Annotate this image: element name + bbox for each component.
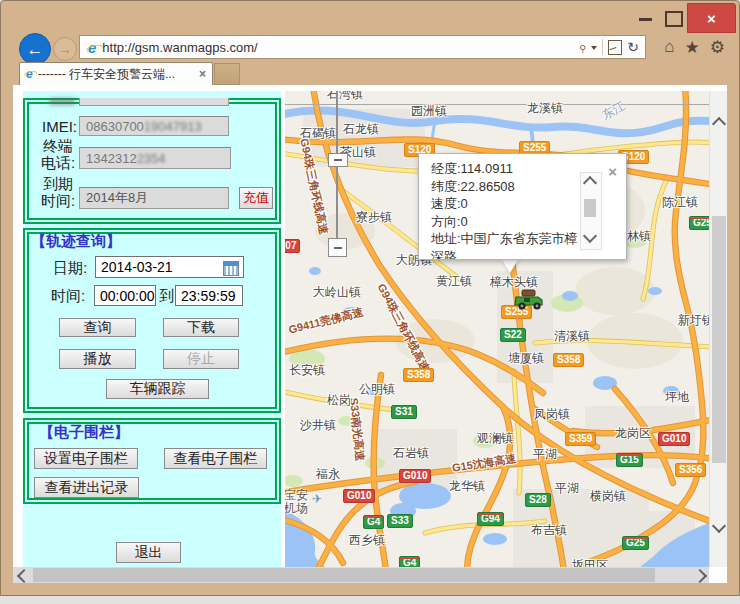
map-town-label: 黄江镇: [436, 273, 472, 290]
zoom-out-button[interactable]: [328, 238, 347, 257]
title-bar[interactable]: ×: [1, 1, 739, 33]
popup-scrollbar[interactable]: [580, 172, 602, 250]
imei-label: IMEI:: [31, 118, 77, 135]
time-to-input[interactable]: 23:59:59: [175, 285, 243, 306]
expire-value: 2014年8月: [79, 187, 229, 209]
popup-pointer: [501, 258, 519, 282]
map-road-shield-badge: S33: [387, 514, 413, 528]
map-river-label: 东江: [599, 98, 628, 124]
zoom-slider-handle[interactable]: [328, 153, 348, 167]
query-button[interactable]: 查询: [59, 318, 136, 337]
map-town-label: 沙井镇: [300, 417, 336, 434]
map-road-shield-badge: S358: [403, 368, 434, 382]
date-input[interactable]: 2014-03-21: [95, 256, 244, 278]
popup-scroll-thumb[interactable]: [584, 199, 596, 217]
map-town-label: 龙岗区: [615, 425, 651, 442]
download-button[interactable]: 下载: [163, 318, 239, 337]
ie-logo-icon: e: [88, 39, 96, 56]
stop-button[interactable]: 停止: [163, 349, 239, 369]
address-bar[interactable]: e http://gsm.wanmagps.com/ ⌕ ↻: [79, 35, 646, 59]
search-dropdown-icon[interactable]: [591, 46, 597, 53]
popup-info-line: 方向:0: [431, 213, 576, 231]
active-tab[interactable]: e ------- 行车安全预警云端... ×: [19, 62, 213, 85]
map-town-label: 公明镇: [359, 381, 395, 398]
map-town-label: 清溪镇: [554, 328, 590, 345]
calendar-icon[interactable]: [223, 261, 239, 276]
map-road-shield-badge: G010: [658, 432, 690, 446]
url-text[interactable]: http://gsm.wanmagps.com/: [102, 40, 578, 55]
scroll-up-icon[interactable]: [712, 117, 726, 131]
recharge-button[interactable]: 充值: [239, 187, 273, 209]
popup-close-icon[interactable]: ×: [608, 164, 617, 179]
map-town-label: 凤岗镇: [534, 406, 570, 423]
time-label: 时间:: [51, 287, 85, 306]
map-town-label: 林镇: [627, 228, 651, 245]
map-town-label: 坪地: [665, 389, 689, 406]
tab-favicon-icon: e: [26, 67, 33, 81]
clipped-label: [49, 98, 75, 105]
tab-strip: e ------- 行车安全预警云端... ×: [1, 61, 739, 85]
home-icon[interactable]: ⌂: [664, 37, 674, 57]
map-town-label: 布吉镇: [531, 522, 567, 539]
back-icon: ←: [27, 41, 44, 58]
vertical-scrollbar[interactable]: [709, 91, 727, 567]
popup-text: 经度:114.0911纬度:22.86508速度:0方向:0地址:中国广东省东莞…: [431, 160, 576, 260]
new-tab-button[interactable]: [214, 63, 240, 85]
map-town-label: 石湾镇: [327, 91, 363, 103]
settings-gear-icon[interactable]: ⚙: [710, 37, 725, 58]
tab-close-icon[interactable]: ×: [199, 67, 206, 81]
exit-button[interactable]: 退出: [116, 542, 181, 563]
map-road-name-label: G15沈海高速: [451, 451, 517, 476]
scroll-right-icon[interactable]: [693, 569, 707, 583]
map-road-shield-badge: G4: [399, 556, 420, 567]
compatibility-view-icon[interactable]: [608, 40, 622, 55]
scroll-left-icon[interactable]: [17, 569, 31, 583]
imei-value: 0863070019047913: [79, 116, 229, 136]
popup-info-line: 经度:114.0911: [431, 160, 576, 178]
map-town-label: 大岭山镇: [313, 284, 361, 301]
forward-icon: →: [59, 43, 72, 56]
horizontal-scroll-thumb[interactable]: [33, 568, 655, 582]
popup-scroll-down-icon[interactable]: [583, 229, 597, 243]
clipped-field: [79, 98, 229, 106]
track-query-title: 【轨迹查询】: [31, 232, 121, 251]
scroll-down-icon[interactable]: [712, 519, 726, 533]
close-icon: ×: [707, 10, 716, 27]
tab-title: ------- 行车安全预警云端...: [38, 66, 194, 83]
maximize-icon[interactable]: [665, 11, 683, 27]
popup-info-line: 深路: [431, 248, 576, 261]
set-fence-button[interactable]: 设置电子围栏: [34, 448, 138, 469]
to-label: 到: [159, 287, 174, 306]
popup-scroll-up-icon[interactable]: [583, 176, 597, 190]
map-road-name-label: G94珠三角环线高速: [374, 281, 433, 374]
airplane-icon: ✈: [312, 492, 322, 506]
play-button[interactable]: 播放: [59, 349, 136, 369]
map-canvas[interactable]: 石湾镇园洲镇龙溪镇石碣镇石龙镇茶山镇寮步镇大朗镇黄江镇樟木头镇大岭山镇清溪镇塘厦…: [285, 91, 709, 567]
horizontal-scrollbar[interactable]: [13, 567, 709, 583]
close-button[interactable]: ×: [687, 3, 736, 33]
vehicle-marker[interactable]: [513, 287, 545, 315]
view-fence-button[interactable]: 查看电子围栏: [164, 448, 267, 469]
map-road-shield-badge: G010: [343, 489, 375, 503]
fence-records-button[interactable]: 查看进出记录: [34, 477, 139, 498]
favorites-star-icon[interactable]: ★: [685, 37, 700, 58]
phone-value: 13423122354: [79, 147, 231, 169]
map-road-shield-badge: S22: [500, 328, 526, 342]
navigation-bar: ← → e http://gsm.wanmagps.com/ ⌕ ↻ ⌂ ★ ⚙: [1, 33, 739, 61]
refresh-icon[interactable]: ↻: [627, 39, 639, 55]
minimize-icon[interactable]: [639, 18, 652, 21]
vehicle-track-button[interactable]: 车辆跟踪: [106, 379, 209, 399]
map-town-label: 石岩镇: [393, 445, 429, 462]
map-town-label: 松岗: [327, 392, 351, 409]
map-road-name-label: G9411莞佛高速: [287, 305, 365, 338]
map-town-label: 塘厦镇: [508, 350, 544, 367]
vertical-scroll-thumb[interactable]: [712, 216, 726, 463]
map-road-shield-badge: G25: [689, 216, 709, 230]
forward-button[interactable]: →: [53, 37, 77, 61]
map-town-label: 寮步镇: [356, 209, 392, 226]
map-road-shield-badge: G94: [477, 512, 504, 526]
fence-title: 【电子围栏】: [39, 423, 129, 442]
browser-window: × ← → e http://gsm.wanmagps.com/ ⌕ ↻ ⌂ ★…: [0, 0, 740, 596]
time-from-input[interactable]: 00:00:00: [94, 285, 156, 306]
map-road-shield-badge: S359: [565, 432, 596, 446]
